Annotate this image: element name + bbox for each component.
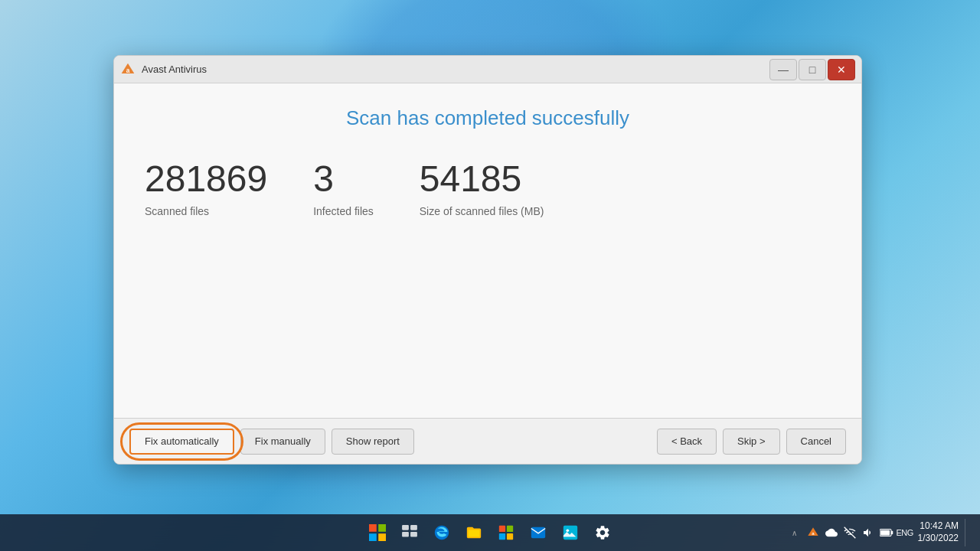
clock[interactable]: 10:42 AM 1/30/2022 [918,520,959,544]
window-controls: — □ ✕ [769,59,855,80]
network-tray-icon[interactable] [843,526,857,540]
window-content: Scan has completed succesfully 281869 Sc… [114,83,861,418]
file-explorer-button[interactable] [460,519,488,546]
store-button[interactable] [492,519,520,546]
svg-rect-12 [499,533,505,540]
scan-heading: Scan has completed succesfully [145,106,831,130]
taskbar: ∧ a [0,514,980,551]
scan-size-number: 54185 [420,161,544,197]
language-indicator[interactable]: ENG [898,526,912,540]
task-view-button[interactable] [396,519,423,546]
scan-size-label: Size of scanned files (MB) [420,205,544,217]
scanned-files-number: 281869 [145,161,267,197]
avast-window: a Avast Antivirus — □ ✕ Scan has complet… [113,55,862,465]
fix-automatically-button[interactable]: Fix automatically [129,429,234,455]
show-desktop-button[interactable] [965,519,971,546]
close-button[interactable]: ✕ [828,59,855,80]
fix-manually-button[interactable]: Fix manually [240,429,325,455]
svg-rect-4 [369,533,377,541]
system-tray-chevron[interactable]: ∧ [788,526,802,540]
svg-rect-9 [410,532,417,537]
stat-infected-files: 3 Infected files [313,161,374,217]
minimize-button[interactable]: — [769,59,797,80]
svg-point-16 [567,529,570,532]
skip-button[interactable]: Skip > [723,429,780,455]
window-title: Avast Antivirus [142,64,769,75]
battery-tray-icon[interactable] [880,526,893,540]
svg-rect-13 [507,533,513,540]
svg-rect-2 [369,524,377,532]
avast-tray-icon[interactable]: a [806,526,820,540]
system-tray: ∧ a [788,526,912,540]
title-bar: a Avast Antivirus — □ ✕ [114,56,861,83]
window-footer: Fix automatically Fix manually Show repo… [114,418,861,464]
taskbar-right: ∧ a [788,519,971,546]
stat-scanned-files: 281869 Scanned files [145,161,267,217]
infected-files-number: 3 [313,161,374,197]
clock-date: 1/30/2022 [918,533,959,545]
avast-logo: a [120,62,136,77]
svg-rect-15 [564,526,577,540]
settings-button[interactable] [589,519,616,546]
svg-rect-3 [378,524,386,532]
stat-scan-size: 54185 Size of scanned files (MB) [420,161,544,217]
svg-rect-20 [891,531,893,535]
cancel-button[interactable]: Cancel [786,429,846,455]
show-report-button[interactable]: Show report [332,429,414,455]
fix-automatically-wrapper: Fix automatically [129,429,234,455]
photos-button[interactable] [557,519,584,546]
svg-rect-8 [402,532,409,537]
taskbar-center [364,519,616,546]
clock-time: 10:42 AM [918,520,959,533]
svg-text:a: a [126,67,130,74]
back-button[interactable]: < Back [657,429,717,455]
mail-button[interactable] [524,519,552,546]
stats-row: 281869 Scanned files 3 Infected files 54… [145,161,831,217]
infected-files-label: Infected files [313,205,374,217]
svg-rect-14 [531,527,545,539]
cloud-tray-icon[interactable] [825,526,838,540]
footer-left-buttons: Fix automatically Fix manually Show repo… [129,429,414,455]
volume-tray-icon[interactable] [861,526,875,540]
footer-right-buttons: < Back Skip > Cancel [657,429,846,455]
svg-rect-5 [378,533,386,541]
start-button[interactable] [364,519,391,546]
svg-rect-21 [880,530,890,536]
maximize-button[interactable]: □ [799,59,826,80]
scanned-files-label: Scanned files [145,205,267,217]
desktop: a Avast Antivirus — □ ✕ Scan has complet… [0,0,980,551]
svg-rect-6 [402,525,409,530]
svg-rect-10 [499,526,505,532]
svg-rect-7 [410,525,417,530]
edge-button[interactable] [428,519,456,546]
svg-rect-11 [507,526,513,532]
